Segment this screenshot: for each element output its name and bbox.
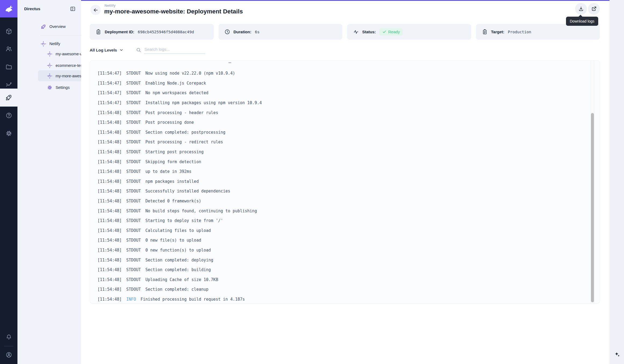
netlify-site-icon: [47, 51, 52, 57]
netlify-site-icon: [47, 73, 52, 79]
log-viewer: [11:54:47]STDOUTNow using node v22.22.0 …: [90, 60, 600, 304]
module-users[interactable]: [0, 41, 17, 57]
project-name: Directus: [24, 6, 70, 11]
card-value: 698cb4525946f5d4088ac49d: [138, 30, 194, 34]
external-link-icon: [591, 6, 597, 12]
log-timestamp: [11:54:48]: [97, 248, 122, 253]
nav-item-label: Overview: [49, 24, 66, 29]
card-label: Deployment ID:: [105, 30, 134, 34]
log-message: Finished processing build request in 4.1…: [140, 297, 245, 302]
module-bar: [0, 0, 17, 364]
right-sidebar-collapsed: [610, 0, 624, 364]
log-level: STDOUT: [126, 267, 141, 272]
log-level: STDOUT: [126, 169, 141, 174]
log-line: [11:54:48]STDOUTCalculating files to upl…: [97, 226, 583, 236]
rocket-icon: [41, 24, 46, 30]
log-level: STDOUT: [126, 179, 141, 184]
log-message: Enabling Node.js Corepack: [146, 81, 206, 86]
arrow-left-icon: [93, 7, 99, 13]
log-line: [11:54:48]STDOUTUploading Cache of size …: [97, 275, 583, 285]
log-line: [11:54:47]STDOUTNo npm workspaces detect…: [97, 88, 583, 98]
log-level-select[interactable]: All Log Levels: [90, 48, 124, 52]
log-message: Installing npm packages using npm versio…: [146, 100, 262, 105]
collapse-sidebar-button[interactable]: [70, 6, 76, 12]
log-message: Successfully installed dependencies: [146, 189, 230, 194]
insights-icon: [5, 81, 12, 88]
log-timestamp: [11:54:48]: [97, 179, 122, 184]
nav-item-label: ecommerce-test: [56, 63, 84, 68]
log-timestamp: [11:54:48]: [97, 189, 122, 194]
log-message: 0 new file(s) to upload: [146, 238, 201, 243]
log-level: STDOUT: [126, 248, 141, 253]
rabbit-icon: [3, 3, 14, 14]
log-timestamp: [11:54:47]: [97, 100, 122, 105]
log-filters: All Log Levels: [90, 45, 205, 55]
log-level: STDOUT: [126, 258, 141, 263]
log-lines: [11:54:47]STDOUTNow using node v22.22.0 …: [97, 68, 583, 304]
log-timestamp: [11:54:48]: [97, 228, 122, 233]
log-message: Starting post processing: [146, 150, 204, 154]
log-level: STDOUT: [126, 228, 141, 233]
sparkles-icon: [614, 351, 621, 358]
log-level: STDOUT: [126, 71, 141, 76]
scrollbar-thumb[interactable]: [591, 113, 594, 302]
open-site-button[interactable]: [588, 3, 600, 15]
notifications-button[interactable]: [0, 329, 17, 345]
module-help[interactable]: [0, 107, 17, 123]
activity-icon: [353, 29, 359, 35]
log-level: STDOUT: [126, 100, 141, 105]
log-level: STDOUT: [126, 130, 141, 135]
ai-assistant-button[interactable]: [613, 351, 621, 359]
folder-icon: [5, 63, 12, 70]
search-input[interactable]: [144, 46, 205, 54]
log-message: Post processing - header rules: [146, 110, 218, 115]
download-logs-button[interactable]: [575, 3, 587, 15]
log-timestamp: [11:54:48]: [97, 287, 122, 292]
back-button[interactable]: [90, 5, 101, 15]
log-timestamp: [11:54:47]: [97, 71, 122, 76]
card-label: Duration:: [234, 30, 252, 34]
log-line: [11:54:48]INFOFinished processing build …: [97, 294, 583, 304]
module-settings[interactable]: [0, 125, 17, 141]
log-message: up to date in 392ms: [146, 169, 192, 174]
clipped-log-line: [228, 62, 231, 63]
card-value: Production: [508, 30, 531, 34]
tooltip-download-logs: Download logs: [566, 17, 598, 26]
log-timestamp: [11:54:48]: [97, 199, 122, 203]
log-message: Calculating files to upload: [146, 228, 211, 233]
log-message: Now using node v22.22.0 (npm v10.9.4): [146, 71, 235, 76]
log-level: STDOUT: [126, 199, 141, 203]
module-netlify-active[interactable]: [0, 89, 17, 107]
log-message: Post processing - redirect rules: [146, 140, 223, 144]
download-icon: [578, 6, 584, 12]
log-timestamp: [11:54:48]: [97, 258, 122, 263]
clipboard-icon: [482, 29, 488, 35]
collapse-sidebar-icon: [70, 6, 76, 12]
rail-divider: [4, 346, 13, 346]
directus-logo[interactable]: [0, 0, 17, 17]
log-level: INFO: [126, 297, 136, 302]
log-level: STDOUT: [126, 238, 141, 243]
check-icon: [382, 30, 386, 34]
module-content[interactable]: [0, 23, 17, 39]
card-deployment-id: Deployment ID: 698cb4525946f5d4088ac49d: [90, 24, 214, 40]
header-accent-line: [81, 0, 610, 1]
log-level: STDOUT: [126, 110, 141, 115]
log-line: [11:54:47]STDOUTInstalling npm packages …: [97, 98, 583, 108]
log-level: STDOUT: [126, 120, 141, 125]
user-menu-button[interactable]: [0, 347, 17, 363]
log-level: STDOUT: [126, 81, 141, 86]
log-timestamp: [11:54:48]: [97, 110, 122, 115]
log-message: npm packages installed: [146, 179, 199, 184]
log-level: STDOUT: [126, 287, 141, 292]
log-message: Uploading Cache of size 10.7KB: [146, 277, 218, 282]
meta-cards: Deployment ID: 698cb4525946f5d4088ac49d …: [90, 24, 600, 40]
log-message: Section completed: postprocessing: [146, 130, 226, 135]
module-files[interactable]: [0, 59, 17, 75]
navigation-sidebar: Directus Overview Netlify: [17, 0, 81, 364]
log-timestamp: [11:54:48]: [97, 130, 122, 135]
gear-icon: [47, 85, 52, 90]
nav-header: Directus: [17, 0, 81, 17]
log-line: [11:54:48]STDOUTSkipping form detection: [97, 157, 583, 167]
log-line: [11:54:47]STDOUTNow using node v22.22.0 …: [97, 68, 583, 78]
